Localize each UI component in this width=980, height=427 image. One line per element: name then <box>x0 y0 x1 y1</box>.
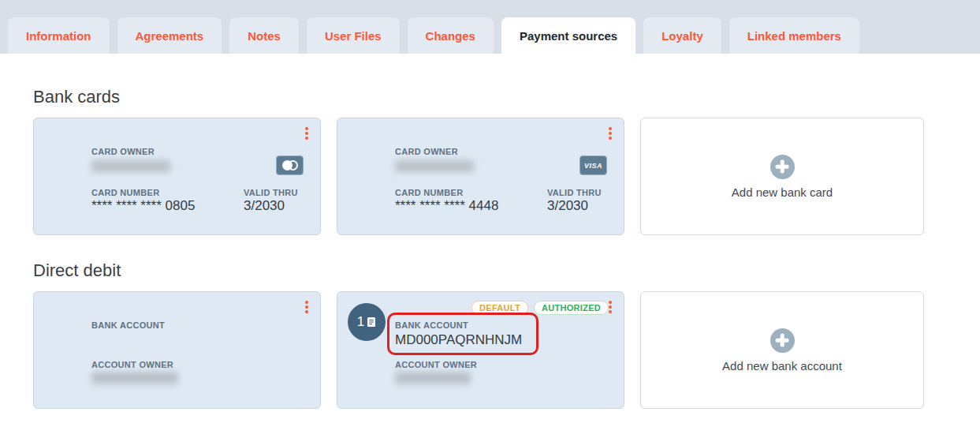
valid-thru-label: VALID THRU <box>547 188 602 197</box>
bank-cards-heading: Bank cards <box>33 54 980 107</box>
card-owner-value-redacted <box>91 160 170 172</box>
plus-icon <box>770 328 795 353</box>
tab-linked-members[interactable]: Linked members <box>729 17 859 54</box>
authorized-badge: AUTHORIZED <box>534 301 609 315</box>
plus-icon <box>770 155 795 179</box>
tab-information[interactable]: Information <box>8 17 110 54</box>
default-badge: DEFAULT <box>471 301 528 315</box>
add-bank-card-label: Add new bank card <box>732 185 833 199</box>
account-owner-label: ACCOUNT OWNER <box>91 360 173 369</box>
visa-icon-text: VISA <box>584 162 602 170</box>
more-options-icon[interactable] <box>607 125 613 141</box>
mastercard-icon <box>276 155 304 175</box>
direct-debit-card-1: BANK ACCOUNT ACCOUNT OWNER <box>33 291 321 409</box>
card-owner-label: CARD OWNER <box>395 147 458 156</box>
add-new-bank-card-button[interactable]: Add new bank card <box>640 118 924 235</box>
direct-debit-card-2: 1 DEFAULT AUTHORIZED BANK ACCOUNT MD000P… <box>337 291 624 409</box>
add-new-bank-account-button[interactable]: Add new bank account <box>640 291 924 409</box>
bank-account-label: BANK ACCOUNT <box>91 320 165 330</box>
bank-cards-row: CARD OWNER CARD NUMBER **** **** **** 08… <box>33 118 980 235</box>
payment-sources-panel: Bank cards CARD OWNER CARD NUMBER **** *… <box>0 54 980 409</box>
tab-bar: Information Agreements Notes User Files … <box>0 0 980 54</box>
document-icon <box>367 317 376 328</box>
card-number-value: **** **** **** 4448 <box>395 198 498 214</box>
bank-account-label: BANK ACCOUNT <box>395 320 468 330</box>
priority-badge: 1 <box>348 303 386 341</box>
more-options-icon[interactable] <box>304 299 310 315</box>
more-options-icon[interactable] <box>304 125 310 141</box>
account-owner-value-redacted <box>91 372 178 384</box>
account-owner-value-redacted <box>395 372 471 384</box>
card-number-label: CARD NUMBER <box>395 188 463 197</box>
bank-account-value: MD000PAQRNHNJM <box>395 332 522 348</box>
tab-agreements[interactable]: Agreements <box>117 17 222 54</box>
visa-icon: VISA <box>579 155 607 175</box>
tab-payment-sources[interactable]: Payment sources <box>501 17 635 54</box>
card-number-value: **** **** **** 0805 <box>91 198 195 214</box>
add-bank-account-label: Add new bank account <box>722 359 842 373</box>
tab-loyalty[interactable]: Loyalty <box>643 17 721 54</box>
valid-thru-label: VALID THRU <box>244 188 298 197</box>
card-owner-value-redacted <box>395 160 474 172</box>
account-owner-label: ACCOUNT OWNER <box>395 360 477 369</box>
tab-notes[interactable]: Notes <box>229 17 299 54</box>
card-owner-label: CARD OWNER <box>91 147 155 156</box>
priority-number: 1 <box>357 314 364 330</box>
valid-thru-value: 3/2030 <box>244 198 285 214</box>
valid-thru-value: 3/2030 <box>547 198 588 214</box>
tab-user-files[interactable]: User Files <box>307 17 400 54</box>
tab-changes[interactable]: Changes <box>408 17 494 54</box>
bank-card-4448: CARD OWNER VISA CARD NUMBER **** **** **… <box>337 118 624 235</box>
more-options-icon[interactable] <box>607 299 613 315</box>
bank-card-0805: CARD OWNER CARD NUMBER **** **** **** 08… <box>33 118 321 235</box>
direct-debit-row: BANK ACCOUNT ACCOUNT OWNER 1 DEFAULT AUT… <box>33 291 980 409</box>
direct-debit-heading: Direct debit <box>33 235 980 281</box>
card-number-label: CARD NUMBER <box>91 188 159 197</box>
